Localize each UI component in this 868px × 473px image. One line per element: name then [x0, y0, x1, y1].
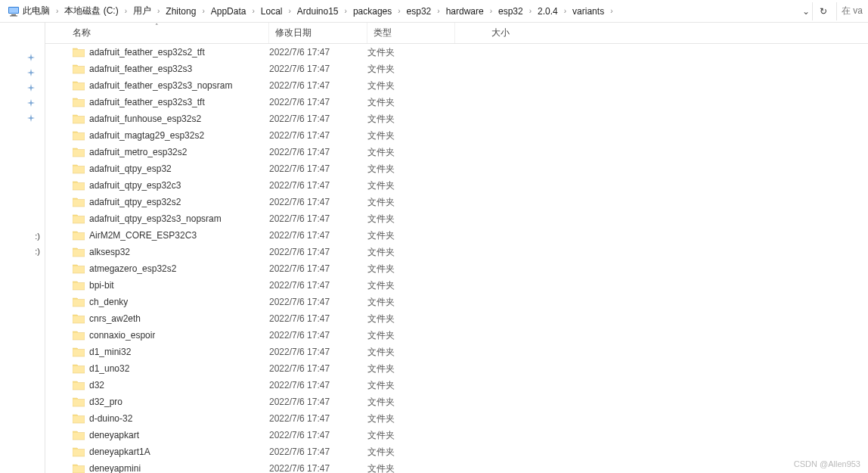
cell-name: adafruit_feather_esp32s3_tft — [45, 97, 269, 107]
table-row[interactable]: adafruit_qtpy_esp32c32022/7/6 17:47文件夹 — [45, 177, 868, 194]
cell-type: 文件夹 — [367, 279, 455, 292]
table-row[interactable]: adafruit_feather_esp32s2_tft2022/7/6 17:… — [45, 44, 868, 61]
chevron-right-icon[interactable]: › — [436, 7, 441, 15]
table-row[interactable]: bpi-bit2022/7/6 17:47文件夹 — [45, 277, 868, 294]
sidebar-item-label[interactable]: :) — [35, 232, 40, 241]
chevron-right-icon[interactable]: › — [563, 7, 568, 15]
table-row[interactable]: adafruit_feather_esp32s3_nopsram2022/7/6… — [45, 77, 868, 94]
chevron-right-icon[interactable]: › — [123, 7, 129, 15]
column-header-name[interactable]: ˄ 名称 — [45, 23, 269, 43]
breadcrumb-item[interactable]: packages — [349, 2, 396, 20]
chevron-right-icon[interactable]: › — [343, 7, 349, 15]
file-name: adafruit_feather_esp32s3_nopsram — [89, 80, 232, 91]
cell-date: 2022/7/6 17:47 — [269, 80, 367, 91]
folder-icon — [73, 363, 85, 374]
table-row[interactable]: adafruit_qtpy_esp322022/7/6 17:47文件夹 — [45, 160, 868, 177]
table-row[interactable]: adafruit_feather_esp32s3_tft2022/7/6 17:… — [45, 94, 868, 110]
pin-icon[interactable] — [25, 112, 37, 124]
file-name: adafruit_feather_esp32s3 — [89, 64, 192, 74]
pin-icon[interactable] — [25, 51, 37, 64]
table-row[interactable]: d322022/7/6 17:47文件夹 — [45, 377, 868, 394]
table-row[interactable]: adafruit_qtpy_esp32s22022/7/6 17:47文件夹 — [45, 194, 868, 210]
cell-date: 2022/7/6 17:47 — [269, 64, 367, 74]
cell-type: 文件夹 — [367, 462, 455, 474]
search-input[interactable]: 在 va — [836, 2, 865, 20]
table-row[interactable]: adafruit_metro_esp32s22022/7/6 17:47文件夹 — [45, 144, 868, 160]
file-name: deneyapkart1A — [89, 447, 150, 457]
folder-icon — [73, 180, 85, 191]
breadcrumb-item[interactable]: variants — [568, 2, 609, 20]
cell-date: 2022/7/6 17:47 — [269, 313, 367, 324]
file-name: d1_mini32 — [89, 347, 131, 357]
breadcrumb-item[interactable]: Local — [256, 2, 287, 20]
table-row[interactable]: deneyapkart1A2022/7/6 17:47文件夹 — [45, 443, 868, 460]
breadcrumb-item[interactable]: 用户 — [129, 2, 156, 20]
breadcrumb-item[interactable]: Zhitong — [161, 2, 200, 20]
chevron-right-icon[interactable]: › — [396, 7, 401, 15]
breadcrumb-item[interactable]: AppData — [206, 2, 251, 20]
chevron-right-icon[interactable]: › — [528, 7, 533, 15]
table-row[interactable]: adafruit_funhouse_esp32s22022/7/6 17:47文… — [45, 110, 868, 127]
cell-name: d32_pro — [45, 397, 269, 407]
table-row[interactable]: d32_pro2022/7/6 17:47文件夹 — [45, 394, 868, 410]
table-row[interactable]: adafruit_qtpy_esp32s3_nopsram2022/7/6 17… — [45, 210, 868, 227]
table-row[interactable]: d1_mini322022/7/6 17:47文件夹 — [45, 344, 868, 360]
chevron-right-icon[interactable]: › — [609, 7, 614, 15]
table-row[interactable]: connaxio_espoir2022/7/6 17:47文件夹 — [45, 327, 868, 344]
table-row[interactable]: d-duino-322022/7/6 17:47文件夹 — [45, 410, 868, 427]
breadcrumb-item[interactable]: hardware — [442, 2, 488, 20]
chevron-right-icon[interactable]: › — [200, 7, 206, 15]
pin-icon[interactable] — [25, 82, 37, 94]
cell-name: alksesp32 — [45, 247, 269, 257]
cell-date: 2022/7/6 17:47 — [269, 430, 367, 440]
folder-icon — [73, 64, 85, 74]
cell-type: 文件夹 — [367, 129, 455, 142]
file-list[interactable]: adafruit_feather_esp32s2_tft2022/7/6 17:… — [45, 44, 868, 473]
chevron-right-icon[interactable]: › — [54, 7, 60, 15]
file-name: cnrs_aw2eth — [89, 313, 141, 324]
file-name: d1_uno32 — [89, 363, 129, 374]
cell-type: 文件夹 — [367, 396, 455, 409]
cell-type: 文件夹 — [367, 79, 455, 92]
column-header-date[interactable]: 修改日期 — [269, 23, 367, 43]
table-row[interactable]: ch_denky2022/7/6 17:47文件夹 — [45, 294, 868, 310]
table-row[interactable]: deneyapkart2022/7/6 17:47文件夹 — [45, 427, 868, 443]
refresh-icon: ↻ — [820, 6, 827, 17]
refresh-button[interactable]: ↻ — [812, 2, 833, 20]
table-row[interactable]: d1_uno322022/7/6 17:47文件夹 — [45, 360, 868, 377]
address-dropdown[interactable]: ⌄ — [800, 6, 812, 17]
table-row[interactable]: atmegazero_esp32s22022/7/6 17:47文件夹 — [45, 260, 868, 277]
cell-name: AirM2M_CORE_ESP32C3 — [45, 230, 269, 241]
pin-icon[interactable] — [25, 97, 37, 109]
table-row[interactable]: AirM2M_CORE_ESP32C32022/7/6 17:47文件夹 — [45, 227, 868, 244]
cell-name: deneyapkart — [45, 430, 269, 440]
breadcrumb-item[interactable]: 本地磁盘 (C:) — [60, 2, 122, 20]
table-row[interactable]: alksesp322022/7/6 17:47文件夹 — [45, 244, 868, 260]
chevron-right-icon[interactable]: › — [488, 7, 494, 15]
table-row[interactable]: adafruit_magtag29_esp32s22022/7/6 17:47文… — [45, 127, 868, 144]
column-header-type[interactable]: 类型 — [367, 23, 455, 43]
table-row[interactable]: adafruit_feather_esp32s32022/7/6 17:47文件… — [45, 61, 868, 77]
breadcrumb-item[interactable]: 此电脑 — [3, 2, 54, 20]
breadcrumb-item[interactable]: esp32 — [494, 2, 528, 20]
pin-icon[interactable] — [25, 67, 37, 79]
cell-type: 文件夹 — [367, 412, 455, 425]
breadcrumb-item[interactable]: Arduino15 — [293, 2, 343, 20]
breadcrumb-item[interactable]: 2.0.4 — [533, 2, 563, 20]
table-row[interactable]: deneyapmini2022/7/6 17:47文件夹 — [45, 460, 868, 473]
cell-type: 文件夹 — [367, 146, 455, 159]
cell-date: 2022/7/6 17:47 — [269, 463, 367, 473]
breadcrumb-item[interactable]: esp32 — [402, 2, 436, 20]
cell-date: 2022/7/6 17:47 — [269, 130, 367, 141]
table-row[interactable]: cnrs_aw2eth2022/7/6 17:47文件夹 — [45, 310, 868, 327]
file-name: atmegazero_esp32s2 — [89, 263, 176, 274]
chevron-right-icon[interactable]: › — [250, 7, 256, 15]
sidebar-item-label[interactable]: :) — [35, 247, 40, 256]
folder-icon — [73, 347, 85, 357]
file-name: adafruit_metro_esp32s2 — [89, 147, 187, 157]
column-header-size[interactable]: 大小 — [455, 23, 516, 43]
chevron-right-icon[interactable]: › — [156, 7, 161, 15]
cell-name: adafruit_qtpy_esp32c3 — [45, 180, 269, 191]
cell-type: 文件夹 — [367, 179, 455, 192]
chevron-right-icon[interactable]: › — [287, 7, 292, 15]
